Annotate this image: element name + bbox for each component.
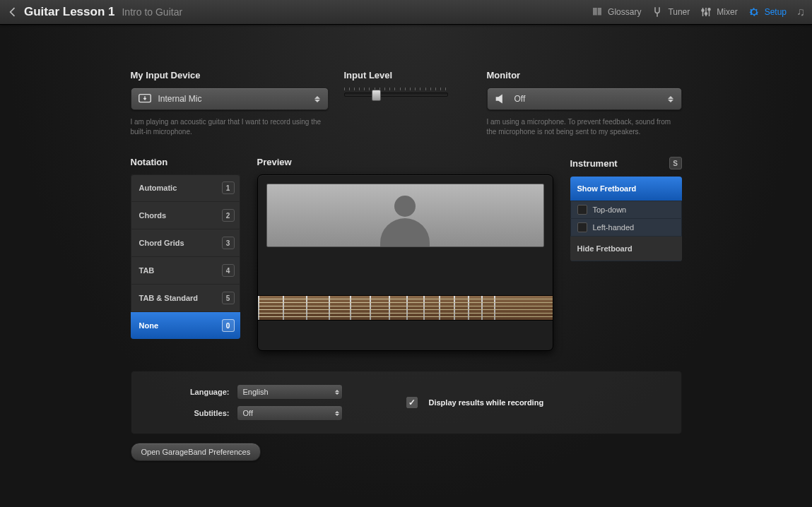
- monitor-title: Monitor: [487, 70, 682, 80]
- open-preferences-button[interactable]: Open GarageBand Preferences: [131, 443, 261, 461]
- show-fretboard-option[interactable]: Show Fretboard: [570, 177, 682, 201]
- subtitles-select[interactable]: Off: [237, 405, 343, 421]
- input-level-control: [344, 88, 447, 95]
- glossary-button[interactable]: Glossary: [591, 6, 641, 18]
- key-badge: 1: [222, 181, 235, 194]
- subtitles-label: Subtitles:: [159, 409, 230, 417]
- mixer-label: Mixer: [717, 7, 737, 17]
- hide-fretboard-label: Hide Fretboard: [577, 244, 632, 253]
- music-note-icon[interactable]: ♫: [796, 6, 805, 18]
- video-placeholder: [266, 184, 544, 247]
- top-down-option[interactable]: Top-down: [570, 201, 682, 219]
- key-badge: 5: [222, 292, 235, 304]
- mixer-button[interactable]: Mixer: [700, 6, 737, 18]
- notation-chords[interactable]: Chords 2: [131, 202, 240, 229]
- subtitles-value: Off: [243, 409, 253, 417]
- sliders-icon: [700, 6, 712, 18]
- fretboard-image: [258, 295, 553, 321]
- notation-item-label: Automatic: [139, 184, 177, 192]
- checkbox-icon[interactable]: [577, 205, 587, 215]
- stepper-chevrons-icon: [335, 385, 339, 399]
- notation-item-label: None: [139, 321, 159, 330]
- gear-icon: [748, 6, 760, 18]
- stepper-chevrons-icon: [314, 88, 324, 109]
- setup-button[interactable]: Setup: [748, 6, 787, 18]
- instrument-title: Instrument: [570, 158, 618, 169]
- input-device-value: Internal Mic: [158, 94, 202, 104]
- input-level-slider[interactable]: [344, 93, 448, 97]
- top-down-label: Top-down: [593, 205, 627, 214]
- notation-item-label: Chords: [139, 211, 167, 220]
- monitor-select[interactable]: Off: [487, 88, 682, 110]
- stepper-chevrons-icon: [668, 88, 678, 109]
- lesson-title: Guitar Lesson 1: [24, 5, 114, 19]
- key-badge: 0: [222, 319, 235, 332]
- tuner-label: Tuner: [668, 7, 690, 17]
- notation-item-label: Chord Grids: [139, 239, 184, 247]
- speaker-icon: [493, 93, 509, 105]
- key-badge: 4: [222, 264, 235, 277]
- book-icon: [591, 6, 604, 18]
- language-value: English: [243, 388, 269, 396]
- preview-pane: [257, 174, 553, 351]
- notation-item-label: TAB & Standard: [139, 294, 199, 302]
- svg-point-0: [702, 9, 704, 11]
- tuner-button[interactable]: Tuner: [651, 6, 690, 18]
- glossary-label: Glossary: [608, 7, 641, 17]
- stepper-chevrons-icon: [335, 406, 339, 420]
- monitor-value: Off: [514, 94, 526, 104]
- display-results-checkbox[interactable]: ✓: [406, 397, 418, 408]
- left-handed-label: Left-handed: [593, 223, 635, 232]
- hide-fretboard-option[interactable]: Hide Fretboard: [570, 237, 682, 261]
- input-device-help: I am playing an acoustic guitar that I w…: [131, 117, 329, 137]
- input-device-title: My Input Device: [131, 70, 329, 80]
- instrument-shortcut-key[interactable]: S: [669, 157, 682, 169]
- notation-none[interactable]: None 0: [131, 312, 240, 339]
- language-label: Language:: [159, 388, 230, 396]
- input-device-select[interactable]: Internal Mic: [131, 88, 329, 110]
- svg-point-2: [708, 8, 710, 11]
- notation-item-label: TAB: [139, 266, 155, 275]
- notation-list: Automatic 1 Chords 2 Chord Grids 3 TAB 4…: [131, 174, 240, 339]
- tuning-fork-icon: [651, 6, 664, 18]
- monitor-help: I am using a microphone. To prevent feed…: [487, 117, 682, 137]
- show-fretboard-label: Show Fretboard: [577, 184, 637, 193]
- back-arrow-icon[interactable]: [6, 5, 20, 19]
- language-select[interactable]: English: [237, 384, 343, 400]
- instrument-list: Show Fretboard Top-down Left-handed Hide…: [570, 177, 682, 261]
- notation-tab-standard[interactable]: TAB & Standard 5: [131, 285, 240, 312]
- svg-point-1: [705, 13, 707, 15]
- key-badge: 2: [222, 209, 235, 222]
- person-silhouette-icon: [380, 190, 430, 246]
- left-handed-option[interactable]: Left-handed: [570, 219, 682, 237]
- notation-title: Notation: [131, 157, 240, 167]
- notation-tab[interactable]: TAB 4: [131, 257, 240, 285]
- lesson-subtitle: Intro to Guitar: [122, 6, 182, 18]
- slider-thumb[interactable]: [372, 90, 381, 101]
- bottom-panel: Language: English Subtitles: Off ✓ Displ…: [131, 371, 682, 434]
- open-preferences-label: Open GarageBand Preferences: [141, 448, 251, 456]
- checkbox-icon[interactable]: [577, 222, 587, 232]
- topbar: Guitar Lesson 1 Intro to Guitar Glossary…: [0, 0, 812, 25]
- setup-label: Setup: [765, 7, 787, 17]
- mic-icon: [137, 93, 153, 105]
- display-results-label: Display results while recording: [429, 398, 544, 407]
- key-badge: 3: [222, 237, 235, 249]
- notation-chord-grids[interactable]: Chord Grids 3: [131, 229, 240, 257]
- notation-automatic[interactable]: Automatic 1: [131, 174, 240, 202]
- preview-title: Preview: [257, 157, 553, 167]
- input-level-title: Input Level: [344, 70, 471, 80]
